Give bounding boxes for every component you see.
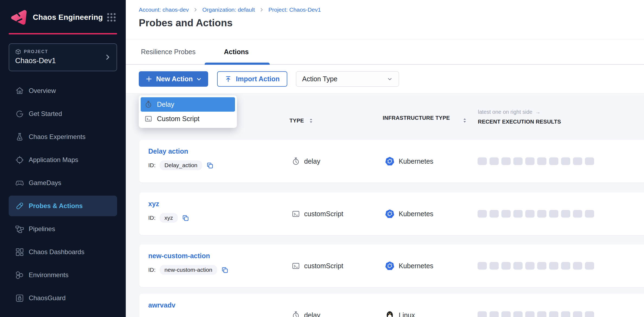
- breadcrumb-account-link[interactable]: Account: chaos-dev: [139, 7, 189, 13]
- sort-icon[interactable]: [462, 118, 468, 123]
- kubernetes-icon: [385, 209, 395, 219]
- terminal-icon: [292, 262, 300, 270]
- sidebar-item-gamedays[interactable]: GameDays: [9, 173, 117, 193]
- breadcrumb-project-link[interactable]: Project: Chaos-Dev1: [268, 7, 321, 13]
- action-type-select-value: Action Type: [302, 75, 337, 83]
- breadcrumb-separator-icon: [193, 7, 198, 12]
- execution-result-placeholder: [561, 311, 570, 317]
- chevron-down-icon: [387, 76, 393, 82]
- type-cell: customScript: [292, 192, 343, 235]
- execution-result-placeholder: [490, 210, 499, 218]
- tab-bar: Resilience Probes Actions: [126, 39, 644, 65]
- execution-result-placeholder: [501, 157, 511, 165]
- sidebar-item-get-started[interactable]: Get Started: [9, 103, 117, 124]
- recent-results-note: latest one on right side →: [478, 109, 540, 115]
- execution-result-placeholder: [513, 262, 523, 270]
- execution-result-placeholder: [525, 262, 534, 270]
- stopwatch-icon: [292, 311, 300, 317]
- execution-results-strip: [478, 140, 594, 183]
- execution-result-placeholder: [537, 157, 546, 165]
- execution-result-placeholder: [561, 262, 570, 270]
- action-id-value: Delay_action: [160, 160, 202, 170]
- plus-icon: [145, 75, 153, 83]
- sidebar-item-pipelines[interactable]: Pipelines: [9, 219, 117, 239]
- execution-result-placeholder: [549, 157, 558, 165]
- execution-result-placeholder: [573, 311, 582, 317]
- action-name-link[interactable]: xyz: [148, 200, 159, 208]
- menu-item-delay[interactable]: Delay: [141, 97, 235, 112]
- page-header: Account: chaos-dev Organization: default…: [126, 0, 644, 39]
- infrastructure-cell: Kubernetes: [385, 192, 433, 235]
- sidebar-item-overview[interactable]: Overview: [9, 80, 117, 101]
- pipeline-icon: [15, 224, 24, 234]
- sidebar-item-environments[interactable]: Environments: [9, 265, 117, 285]
- action-name-link[interactable]: awrvadv: [148, 301, 175, 309]
- sidebar-item-chaos-dashboards[interactable]: Chaos Dashboards: [9, 242, 117, 262]
- execution-result-placeholder: [573, 210, 582, 218]
- execution-result-placeholder: [585, 311, 594, 317]
- breadcrumb-organization-link[interactable]: Organization: default: [202, 7, 255, 13]
- execution-result-placeholder: [490, 311, 499, 317]
- copy-icon[interactable]: [206, 162, 214, 169]
- execution-result-placeholder: [478, 311, 487, 317]
- action-id-row: ID: xyz: [148, 213, 189, 223]
- probe-test-tube-icon: [15, 201, 24, 211]
- type-cell: delay: [292, 294, 320, 317]
- lock-shield-icon: [15, 293, 24, 303]
- execution-result-placeholder: [501, 311, 511, 317]
- sidebar-nav: Overview Get Started Chaos Experiments A…: [0, 80, 126, 311]
- column-header-type: TYPE: [289, 118, 314, 124]
- sort-icon[interactable]: [308, 118, 314, 124]
- import-action-button[interactable]: Import Action: [217, 71, 287, 87]
- harness-chaos-logo-icon: [9, 8, 27, 27]
- action-id-row: ID: new-custom-action: [148, 265, 228, 275]
- execution-result-placeholder: [537, 311, 546, 317]
- sidebar-item-probes-actions[interactable]: Probes & Actions: [9, 196, 117, 216]
- table-row: awrvadv delay Linux: [139, 294, 644, 317]
- breadcrumb: Account: chaos-dev Organization: default…: [139, 7, 321, 13]
- new-action-dropdown-menu: Delay Custom Script: [139, 95, 237, 128]
- tab-resilience-probes[interactable]: Resilience Probes: [141, 39, 196, 64]
- table-row: new-custom-action ID: new-custom-action …: [139, 244, 644, 287]
- infrastructure-cell: Kubernetes: [385, 244, 433, 287]
- execution-result-placeholder: [549, 311, 558, 317]
- app-switcher-grid-icon[interactable]: [106, 12, 117, 22]
- execution-result-placeholder: [573, 262, 582, 270]
- arrow-right-icon: →: [535, 109, 540, 115]
- execution-result-placeholder: [537, 262, 546, 270]
- execution-result-placeholder: [478, 210, 487, 218]
- menu-item-custom-script[interactable]: Custom Script: [141, 112, 235, 126]
- copy-icon[interactable]: [182, 214, 189, 222]
- brand-row: Chaos Engineering: [9, 8, 117, 27]
- tab-actions[interactable]: Actions: [224, 39, 249, 64]
- kubernetes-icon: [385, 261, 395, 271]
- sidebar-item-chaosguard[interactable]: ChaosGuard: [9, 288, 117, 308]
- chevron-down-icon: [196, 76, 202, 82]
- infrastructure-cell: Kubernetes: [385, 140, 433, 183]
- execution-result-placeholder: [585, 210, 594, 218]
- target-icon: [15, 155, 24, 165]
- action-name-link[interactable]: Delay action: [148, 147, 188, 155]
- sidebar-item-chaos-experiments[interactable]: Chaos Experiments: [9, 127, 117, 147]
- accent-divider: [9, 33, 117, 34]
- execution-result-placeholder: [501, 262, 511, 270]
- execution-result-placeholder: [478, 157, 487, 165]
- toolbar: New Action Import Action Action Type: [126, 65, 644, 93]
- new-action-button[interactable]: New Action: [139, 71, 208, 87]
- column-header-recent-execution-results: RECENT EXECUTION RESULTS: [478, 119, 561, 125]
- table-row: Delay action ID: Delay_action delay: [139, 140, 644, 183]
- execution-results-strip: [478, 244, 594, 287]
- project-selector[interactable]: PROJECT Chaos-Dev1: [9, 43, 117, 71]
- active-tab-indicator: [205, 63, 270, 65]
- copy-icon[interactable]: [221, 266, 228, 274]
- sidebar-item-application-maps[interactable]: Application Maps: [9, 150, 117, 170]
- dashboard-grid-icon: [15, 247, 24, 257]
- execution-result-placeholder: [513, 157, 523, 165]
- execution-result-placeholder: [573, 157, 582, 165]
- action-type-select[interactable]: Action Type: [296, 71, 399, 87]
- flask-icon: [15, 132, 24, 142]
- stopwatch-icon: [292, 157, 300, 166]
- execution-results-strip: [478, 192, 594, 235]
- type-cell: customScript: [292, 244, 343, 287]
- action-name-link[interactable]: new-custom-action: [148, 252, 210, 260]
